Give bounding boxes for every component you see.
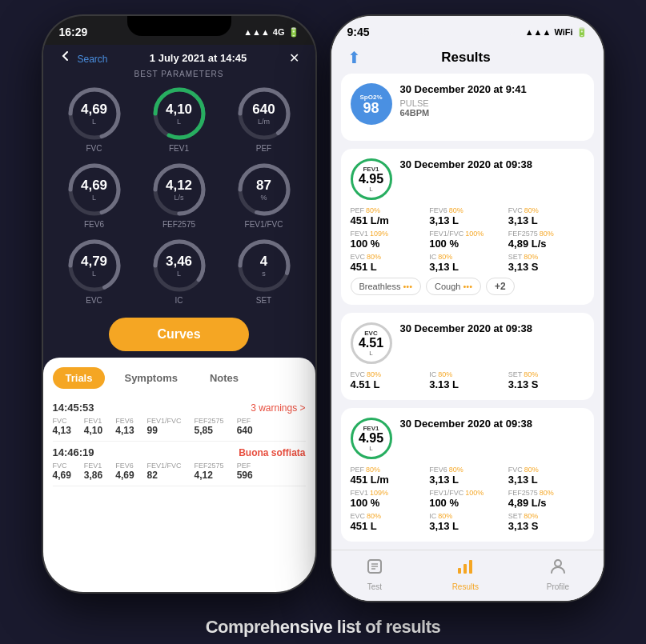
result-date: 30 December 2020 at 09:38	[400, 158, 584, 170]
metric-value: 4 s	[260, 254, 267, 278]
metric-circle: 4,79 L	[66, 237, 123, 294]
metric-item: 4,10 L FEV1	[141, 85, 218, 153]
trials-list: 14:45:533 warnings >FVC4,13FEV14,10FEV64…	[53, 397, 306, 486]
svg-rect-22	[458, 568, 461, 574]
result-tags: Breathless •••Cough •••+2	[351, 278, 584, 295]
trial-metric: PEF596	[237, 462, 253, 481]
result-date: 30 December 2020 at 09:38	[400, 322, 584, 334]
trial-metric: FEF25754,12	[195, 462, 224, 481]
result-badge: EVC 4.51 L	[351, 322, 392, 364]
metric-value: 4,12 L/s	[166, 178, 192, 202]
metric-item: 4 s SET	[226, 237, 303, 305]
trials-tabs: TrialsSymptomsNotes	[53, 367, 306, 389]
nav-item-test[interactable]: Test	[365, 557, 384, 591]
metric-label: PEF	[256, 144, 271, 153]
metric-item: 3,46 L IC	[141, 237, 218, 305]
header-title-left: 1 July 2021 at 14:45	[150, 52, 247, 64]
result-card[interactable]: FEV1 4.95 L 30 December 2020 at 09:38 PE…	[341, 149, 594, 305]
trial-metric: FVC4,69	[53, 462, 71, 481]
bottom-nav: Test Results Profile	[331, 550, 604, 601]
trial-tab-trials[interactable]: Trials	[53, 367, 106, 389]
result-info: 30 December 2020 at 09:38	[400, 158, 584, 174]
phone-notch-right	[415, 16, 520, 36]
result-tag[interactable]: Cough •••	[426, 278, 481, 295]
result-card-header: FEV1 4.95 L 30 December 2020 at 09:38	[351, 418, 584, 459]
metric-value: 3,46 L	[166, 254, 192, 278]
result-sub: PULSE 64BPM	[400, 98, 584, 118]
metric-circle: 4 s	[235, 237, 293, 294]
phones-container: 16:29 ▲▲▲ 4G 🔋 Search 1 July 2021 at 14:…	[43, 16, 604, 601]
rm-item: FVC 80% 3,13 L	[508, 466, 584, 486]
trial-tab-symptoms[interactable]: Symptoms	[111, 367, 190, 389]
trial-tab-notes[interactable]: Notes	[197, 367, 251, 389]
result-date: 30 December 2020 at 09:38	[400, 418, 584, 430]
metric-circle: 4,12 L/s	[150, 161, 208, 218]
metric-item: 4,79 L EVC	[56, 237, 133, 305]
result-card[interactable]: EVC 4.51 L 30 December 2020 at 09:38 EVC…	[341, 313, 594, 400]
metric-circle: 4,10 L	[150, 85, 208, 142]
rm-item: SET 80% 3,13 S	[508, 253, 584, 273]
rm-item: PEF 80% 451 L/m	[351, 206, 427, 226]
metric-label: IC	[175, 296, 183, 305]
rm-item: FVC 80% 3,13 L	[508, 206, 584, 226]
share-icon[interactable]: ⬆	[347, 48, 361, 67]
result-card-header: EVC 4.51 L 30 December 2020 at 09:38	[351, 322, 584, 364]
rm-item: EVC 80% 451 L	[351, 512, 427, 532]
test-nav-icon	[365, 557, 384, 581]
metric-circle: 4,69 L	[66, 85, 123, 142]
trial-metric: FEV1/FVC82	[147, 462, 182, 481]
metric-value: 4,69 L	[81, 178, 107, 202]
rm-item: FEV1/FVC 100% 100 %	[429, 230, 505, 250]
trial-metrics: FVC4,69FEV13,86FEV64,69FEV1/FVC82FEF2575…	[53, 462, 306, 481]
rm-item: FEV6 80% 3,13 L	[429, 466, 505, 486]
metric-circle: 3,46 L	[150, 237, 208, 294]
result-card[interactable]: FEV1 4.95 L 30 December 2020 at 09:38 PE…	[341, 408, 594, 542]
metric-circle: 4,69 L	[66, 161, 123, 218]
status-icons-right: ▲▲▲ WiFi 🔋	[525, 27, 588, 38]
trial-warning[interactable]: 3 warnings >	[251, 402, 305, 414]
close-icon[interactable]: ✕	[289, 50, 299, 66]
rm-item: FEF2575 80% 4,89 L/s	[508, 489, 584, 509]
metric-item: 87 % FEV1/FVC	[226, 161, 303, 229]
rm-item: FEV1 109% 100 %	[351, 489, 427, 509]
result-metrics-grid: PEF 80% 451 L/m FEV6 80% 3,13 L FVC 80% …	[351, 206, 584, 273]
rm-item: IC 80% 3,13 L	[429, 512, 505, 532]
metric-value: 87 %	[256, 178, 271, 202]
trial-header: 14:46:19Buona soffiata	[53, 446, 306, 458]
trial-time: 14:46:19	[53, 446, 94, 458]
trial-header: 14:45:533 warnings >	[53, 402, 306, 414]
nav-item-results[interactable]: Results	[452, 557, 479, 591]
back-icon[interactable]: Search	[59, 50, 108, 66]
rm-item: FEF2575 80% 4,89 L/s	[508, 230, 584, 250]
rm-item: EVC 80% 451 L	[351, 253, 427, 273]
rm-item: SET 80% 3,13 S	[508, 512, 584, 532]
metric-item: 640 L/m PEF	[226, 85, 303, 153]
result-tag[interactable]: Breathless •••	[351, 278, 422, 295]
metric-circle: 640 L/m	[235, 85, 293, 142]
svg-rect-24	[469, 560, 472, 574]
svg-rect-23	[463, 564, 467, 574]
result-metrics-grid: EVC 80% 4.51 L IC 80% 3.13 L SET 80% 3.1…	[351, 370, 584, 390]
result-card[interactable]: SpO2% 98 30 December 2020 at 9:41 PULSE …	[341, 74, 594, 141]
nav-label-results: Results	[452, 582, 479, 591]
result-card-header: SpO2% 98 30 December 2020 at 9:41 PULSE …	[351, 83, 584, 125]
phone-left: 16:29 ▲▲▲ 4G 🔋 Search 1 July 2021 at 14:…	[43, 16, 315, 592]
result-info: 30 December 2020 at 9:41 PULSE 64BPM	[400, 83, 584, 118]
phone-left-content: Search 1 July 2021 at 14:45 ✕ BEST PARAM…	[43, 45, 315, 592]
trial-row: 14:46:19Buona soffiataFVC4,69FEV13,86FEV…	[53, 442, 306, 486]
metric-label: FEF2575	[163, 220, 195, 229]
svg-point-25	[555, 560, 561, 566]
trial-metrics: FVC4,13FEV14,10FEV64,13FEV1/FVC99FEF2575…	[53, 417, 306, 436]
phone-right-content: ⬆ Results SpO2% 98 30 December 2020 at 9…	[331, 45, 604, 601]
trial-metric: FEV1/FVC99	[147, 417, 182, 436]
app-header-left: Search 1 July 2021 at 14:45 ✕	[43, 45, 315, 70]
section-label: BEST PARAMETERS	[43, 70, 315, 78]
status-time-right: 9:45	[347, 26, 370, 38]
status-time-left: 16:29	[59, 26, 88, 38]
result-info: 30 December 2020 at 09:38	[400, 418, 584, 433]
metrics-grid: 4,69 L FVC 4,10 L FEV1 640 L/m PEF	[43, 85, 315, 305]
nav-item-profile[interactable]: Profile	[547, 557, 569, 591]
result-tag-more[interactable]: +2	[486, 278, 515, 295]
curves-button[interactable]: Curves	[109, 318, 248, 351]
metric-label: FEV1/FVC	[245, 220, 283, 229]
